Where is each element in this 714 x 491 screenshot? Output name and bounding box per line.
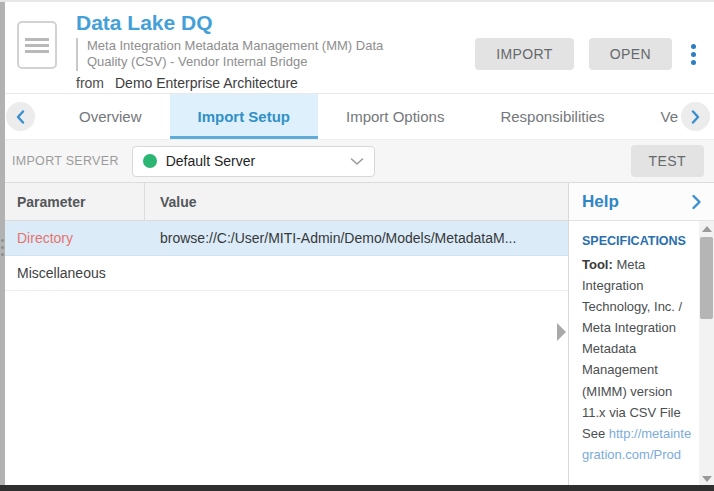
help-scrollbar[interactable] [699, 221, 714, 491]
import-server-bar: IMPORT SERVER Default Server TEST [0, 139, 714, 182]
parameter-name: Directory [0, 230, 145, 246]
column-header-parameter: Parameter [0, 183, 145, 220]
chevron-down-icon [350, 157, 364, 166]
table-row-miscellaneous[interactable]: Miscellaneous [0, 256, 568, 291]
tab-overview[interactable]: Overview [51, 94, 170, 139]
help-panel-header: Help [569, 183, 714, 221]
column-header-value: Value [145, 183, 568, 220]
test-button[interactable]: TEST [631, 145, 704, 177]
help-title: Help [582, 192, 619, 212]
model-document-icon [17, 21, 57, 69]
tool-label: Tool: [582, 257, 613, 272]
chevron-left-icon [16, 110, 25, 124]
bridge-subtitle: Meta Integration Metadata Management (MM… [76, 38, 406, 71]
help-content-wrap: SPECIFICATIONS Tool: Meta Integration Te… [569, 221, 714, 491]
left-edge-strip [0, 2, 5, 491]
help-panel-collapse-handle[interactable] [557, 323, 566, 341]
bottom-window-edge [0, 485, 714, 491]
tab-version-truncated[interactable]: Ve [633, 94, 681, 139]
header-actions: IMPORT OPEN [475, 38, 700, 70]
tab-bar: Overview Import Setup Import Options Res… [0, 93, 714, 139]
help-panel: Help SPECIFICATIONS Tool: Meta Integrati… [568, 183, 714, 491]
tab-import-setup[interactable]: Import Setup [170, 94, 319, 139]
server-status-icon [143, 154, 157, 168]
tab-import-options[interactable]: Import Options [318, 94, 472, 139]
table-row-directory[interactable]: Directory browse://C:/User/MITI-Admin/De… [0, 221, 568, 256]
help-expand-icon[interactable] [691, 194, 702, 210]
parameter-value: browse://C:/User/MITI-Admin/Demo/Models/… [145, 230, 568, 246]
server-selected-value: Default Server [166, 153, 350, 169]
tab-responsibilities[interactable]: Responsibilities [472, 94, 632, 139]
server-select[interactable]: Default Server [132, 146, 375, 177]
page-title: Data Lake DQ [76, 11, 406, 35]
chevron-right-icon [691, 110, 700, 124]
scroll-down-icon[interactable] [702, 476, 712, 482]
import-button[interactable]: IMPORT [475, 38, 574, 70]
row-drag-handle[interactable] [1, 239, 4, 242]
table-header-row: Parameter Value [0, 183, 568, 221]
more-options-icon[interactable] [687, 42, 700, 67]
tab-scroll-left-button[interactable] [6, 102, 35, 131]
tool-description: Meta Integration Technology, Inc. / Meta… [582, 257, 682, 419]
header-text-block: Data Lake DQ Meta Integration Metadata M… [76, 11, 406, 91]
open-button[interactable]: OPEN [589, 38, 672, 70]
parameter-name: Miscellaneous [0, 265, 145, 281]
specifications-heading: SPECIFICATIONS [582, 231, 692, 251]
source-line: fromDemo Enterprise Architecture [76, 75, 406, 91]
source-model-link[interactable]: Demo Enterprise Architecture [115, 75, 298, 91]
scrollbar-thumb[interactable] [700, 237, 713, 319]
help-content: SPECIFICATIONS Tool: Meta Integration Te… [569, 221, 714, 491]
tab-list: Overview Import Setup Import Options Res… [51, 94, 681, 139]
content-area: Parameter Value Directory browse://C:/Us… [0, 182, 714, 491]
tab-scroll-right-button[interactable] [681, 102, 710, 131]
scroll-up-icon[interactable] [702, 226, 712, 232]
import-server-label: IMPORT SERVER [12, 154, 119, 168]
parameter-table: Parameter Value Directory browse://C:/Us… [0, 183, 568, 491]
from-label: from [76, 75, 104, 91]
see-label: See [582, 426, 609, 441]
page-header: Data Lake DQ Meta Integration Metadata M… [0, 2, 714, 93]
